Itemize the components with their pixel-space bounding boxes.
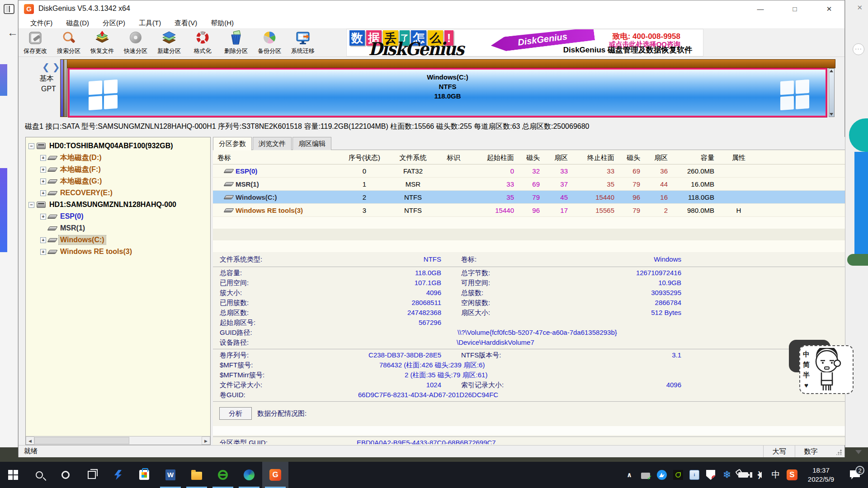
maximize-button[interactable]: □ [783, 0, 807, 18]
background-close-icon: ✕ [857, 4, 863, 12]
taskbar-search-button[interactable] [26, 462, 52, 488]
start-button[interactable] [0, 462, 26, 488]
tab-partition-params[interactable]: 分区参数 [213, 137, 252, 150]
menu-tools[interactable]: 工具(T) [139, 19, 161, 28]
close-button[interactable]: ✕ [817, 0, 841, 18]
search-icon [36, 471, 43, 479]
tree-item-msr[interactable]: +MSR(1) [26, 222, 210, 234]
taskbar-app-lightning[interactable] [105, 462, 131, 488]
menu-partition[interactable]: 分区(P) [103, 19, 125, 28]
detail-row: 已用簇数:28068511 空闲簇数:2866784 [213, 298, 845, 308]
tray-expand-button[interactable]: ∧ [621, 462, 637, 488]
snowflake-tray-icon[interactable]: ❄ [719, 462, 735, 488]
background-blue-shape [854, 152, 868, 254]
analyze-button[interactable]: 分析 [219, 407, 252, 420]
back-arrow-icon[interactable]: ← [7, 26, 18, 39]
nvidia-tray-icon[interactable] [670, 462, 686, 488]
security-tray-icon[interactable] [703, 462, 719, 488]
save-changes-button[interactable]: 保存更改 [19, 29, 52, 56]
format-button[interactable]: 格式化 [186, 29, 219, 56]
title-bar: G DiskGenius V5.4.3.1342 x64 — □ ✕ [19, 0, 844, 18]
taskbar-clock[interactable]: 18:37 2022/5/9 [800, 466, 842, 484]
diskgenius-window: G DiskGenius V5.4.3.1342 x64 — □ ✕ 文件(F)… [18, 0, 845, 457]
ime-language-indicator[interactable]: 中 [768, 462, 784, 488]
volume-tray-icon[interactable] [751, 462, 768, 488]
tree-item-local-f[interactable]: +本地磁盘(F:) [26, 164, 210, 175]
scrollbar-thumb[interactable] [34, 437, 129, 444]
store-icon [139, 470, 149, 480]
analyze-row: 分析 数据分配情况图: [219, 407, 845, 420]
volume-details: 文件系统类型:NTFS 卷标:Windows 总容量:118.0GB 总字节数:… [213, 253, 845, 445]
tab-browse-files[interactable]: 浏览文件 [253, 137, 292, 150]
save-icon [27, 30, 43, 46]
windows-c-partition-block[interactable]: Windows(C:) NTFS 118.0GB [68, 68, 827, 117]
scroll-right-icon[interactable]: ▶ [202, 436, 210, 445]
tree-item-hd1[interactable]: −HD1:SAMSUNGMZNLN128HAHQ-000 [26, 199, 210, 211]
taskbar-app-edge[interactable] [236, 462, 262, 488]
ime-status-panel[interactable]: 中 简 半 ♥ [799, 345, 854, 394]
backup-partition-button[interactable]: 备份分区 [253, 29, 286, 56]
table-row[interactable]: MSR(1) 1 MSR 33 69 37 35 79 44 16.0MB [213, 178, 845, 191]
detail-row: 总容量:118.0GB 总字节数:126710972416 [213, 268, 845, 278]
taskbar-app-browser[interactable] [210, 462, 236, 488]
taskbar-app-word[interactable]: W [157, 462, 184, 488]
toolbar-label: 系统迁移 [291, 47, 315, 55]
taskbar-app-store[interactable] [131, 462, 157, 488]
partition-tree-panel: −HD0:TOSHIBAMQ04ABF100(932GB) +本地磁盘(D:) … [25, 137, 211, 445]
menu-view[interactable]: 查看(V) [175, 19, 197, 28]
task-view-button[interactable] [79, 462, 105, 488]
tree-item-local-g[interactable]: +本地磁盘(G:) [26, 175, 210, 187]
scroll-left-icon[interactable]: ◀ [26, 436, 34, 445]
ad-banner[interactable]: 数 据 丢 了 怎 么 ! DiskGenius DiskGenius 致电: … [346, 29, 703, 56]
tab-sector-edit[interactable]: 扇区编辑 [292, 137, 331, 150]
toolbar-label: 快速分区 [124, 47, 147, 55]
windows-logo-icon [8, 470, 18, 480]
background-tab-icon [4, 4, 14, 14]
cortana-button[interactable] [52, 462, 79, 488]
battery-tray-icon[interactable] [735, 462, 751, 488]
status-bar: 就绪 大写 数字 [19, 445, 844, 457]
taskbar: W G ∧ i ❄ 中 S 18:37 2022/5/9 2 [0, 462, 868, 488]
notification-center-button[interactable]: 2 [842, 470, 868, 479]
menu-disk[interactable]: 磁盘(D) [66, 19, 89, 28]
partition-icon [223, 169, 234, 173]
printer-tray-icon[interactable] [637, 462, 654, 488]
menu-file[interactable]: 文件(F) [30, 19, 52, 28]
tree-item-hd0[interactable]: −HD0:TOSHIBAMQ04ABF100(932GB) [26, 140, 210, 152]
intel-graphics-tray-icon[interactable]: i [686, 462, 703, 488]
taskbar-app-explorer[interactable] [184, 462, 210, 488]
table-row-selected[interactable]: Windows(C:) 2 NTFS 35 79 45 15440 96 16 … [213, 191, 845, 204]
search-partition-button[interactable]: 搜索分区 [52, 29, 85, 56]
minimize-button[interactable]: — [749, 0, 772, 18]
disk-bar[interactable] [67, 59, 835, 68]
table-row[interactable]: Windows RE tools(3) 3 NTFS 15440 96 17 1… [213, 204, 845, 217]
cortana-icon [61, 471, 70, 479]
tree-item-recovery-e[interactable]: +RECOVERY(E:) [26, 187, 210, 199]
tree-item-esp[interactable]: +ESP(0) [26, 211, 210, 222]
system-migrate-button[interactable]: 系统迁移 [286, 29, 320, 56]
tree-horizontal-scrollbar[interactable]: ◀ ▶ [26, 436, 210, 445]
disk-nav-arrows[interactable]: ❮❯ [42, 61, 63, 72]
msr-partition-strip[interactable] [64, 59, 67, 117]
esp-partition-strip[interactable] [60, 59, 64, 117]
format-icon [194, 30, 211, 46]
tree-item-windows-c[interactable]: +Windows(C:) [26, 234, 210, 246]
tree-item-windows-re[interactable]: +Windows RE tools(3) [26, 246, 210, 258]
re-partition-strip[interactable] [829, 68, 835, 117]
background-window-left: ← [0, 0, 18, 447]
recover-files-button[interactable]: 恢复文件 [85, 29, 119, 56]
tree-item-local-d[interactable]: +本地磁盘(D:) [26, 152, 210, 164]
more-options-icon[interactable]: ··· [853, 43, 864, 55]
menu-help[interactable]: 帮助(H) [211, 19, 234, 28]
toolbar-label: 备份分区 [258, 47, 281, 55]
taskbar-app-diskgenius[interactable]: G [262, 462, 288, 488]
delete-partition-button[interactable]: 删除分区 [219, 29, 253, 56]
divider [213, 267, 845, 267]
new-partition-button[interactable]: 新建分区 [152, 29, 186, 56]
resize-grip-icon[interactable] [836, 450, 842, 455]
quick-partition-button[interactable]: 快速分区 [119, 29, 152, 56]
sogou-tray-icon[interactable]: S [784, 462, 800, 488]
messenger-tray-icon[interactable] [654, 462, 670, 488]
table-row[interactable]: ESP(0) 0 FAT32 0 32 33 33 69 36 260.0MB [213, 164, 845, 178]
notification-badge: 2 [855, 466, 864, 475]
